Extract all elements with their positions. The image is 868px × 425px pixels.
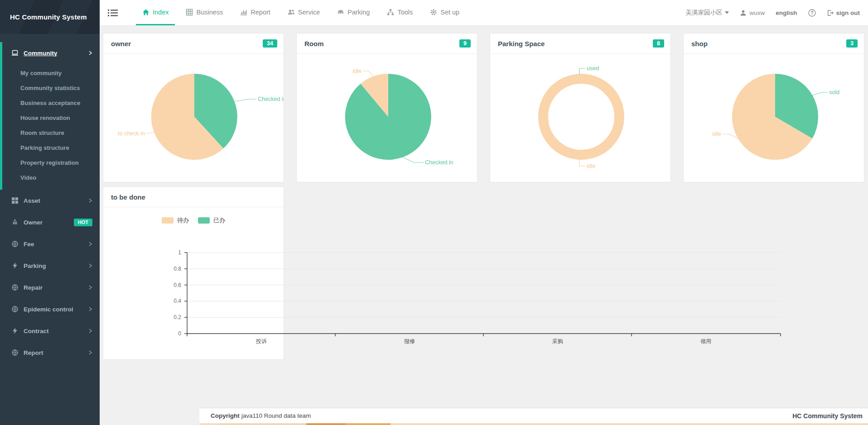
sidebar-item-epidemic-control[interactable]: Epidemic control	[2, 298, 100, 320]
user-menu[interactable]: wuxw	[740, 10, 765, 16]
slice-label: idle	[353, 68, 362, 74]
slice-label: to check in	[118, 130, 145, 137]
sidebar-item-label: Epidemic control	[24, 306, 73, 313]
sidebar-toggle-icon[interactable]	[108, 9, 118, 17]
count-badge: 3	[846, 39, 858, 48]
legend-item-pending[interactable]: 待办	[162, 216, 189, 224]
sidebar-menu: Community My community Community statist…	[0, 34, 100, 363]
sidebar-item-video[interactable]: Video	[2, 170, 100, 185]
sidebar-item-room-structure[interactable]: Room structure	[2, 125, 100, 140]
submenu-label: Community statistics	[20, 85, 80, 91]
copyright-label: Copyright	[211, 412, 240, 419]
y-tick: 0.8	[174, 266, 181, 272]
globe-icon	[11, 306, 19, 313]
sidebar-item-label: Contract	[24, 328, 49, 334]
tab-index[interactable]: Index	[136, 0, 175, 25]
submenu-label: Property registration	[20, 159, 79, 166]
submenu-label: Video	[20, 174, 36, 181]
legend-swatch-green	[198, 217, 210, 224]
community-selector[interactable]: 美满家园小区	[685, 9, 729, 17]
user-icon	[11, 219, 19, 226]
sidebar-item-owner[interactable]: Owner HOT	[2, 211, 100, 233]
tab-parking[interactable]: Parking	[331, 0, 376, 25]
submenu-label: My community	[20, 70, 62, 76]
y-tick: 0.4	[174, 298, 181, 304]
globe-icon	[11, 240, 19, 248]
bolt-icon	[11, 327, 19, 334]
sign-out-button[interactable]: sign out	[827, 10, 860, 16]
footer: Copyright java110 Round data team HC Com…	[199, 408, 868, 423]
legend-item-done[interactable]: 已办	[198, 216, 225, 224]
chart-legend: 待办 已办	[103, 207, 284, 224]
chevron-right-icon	[88, 350, 92, 355]
label-connector	[363, 71, 374, 76]
card-header: shop 3	[684, 33, 864, 54]
sidebar-item-repair[interactable]: Repair	[2, 277, 100, 298]
help-button[interactable]: ?	[808, 9, 816, 17]
slice-label: idle	[713, 131, 722, 137]
sidebar-item-my-community[interactable]: My community	[2, 66, 100, 81]
shop-pie-chart: sold idle	[684, 54, 864, 184]
sidebar-item-house-renovation[interactable]: House renovation	[2, 110, 100, 125]
slice-label: idle	[587, 163, 596, 169]
tab-service[interactable]: Service	[281, 0, 326, 25]
tab-report[interactable]: Report	[234, 0, 277, 25]
chevron-right-icon	[88, 198, 92, 203]
room-pie-chart: idle Checked in	[297, 54, 477, 184]
sidebar-item-parking[interactable]: Parking	[2, 255, 100, 277]
caret-down-icon	[725, 11, 729, 14]
card-title: Room	[304, 40, 324, 48]
users-icon	[288, 9, 295, 16]
svg-text:?: ?	[810, 10, 813, 15]
sidebar-item-parking-structure[interactable]: Parking structure	[2, 140, 100, 155]
owner-card: owner 34 Checked in to check in	[103, 33, 284, 182]
bar-chart-icon	[240, 9, 247, 16]
sidebar-item-business-acceptance[interactable]: Business acceptance	[2, 96, 100, 110]
x-category: 领用	[700, 338, 711, 344]
grid-icon	[11, 197, 19, 204]
bottom-accent-strip	[199, 423, 868, 425]
slice-label: Checked in	[258, 96, 284, 102]
tab-tools[interactable]: Tools	[381, 0, 419, 25]
language-toggle[interactable]: english	[776, 10, 797, 16]
count-badge: 9	[459, 39, 471, 48]
count-badge: 34	[263, 39, 277, 48]
y-tick: 1	[178, 249, 181, 256]
submenu-label: Parking structure	[20, 144, 69, 151]
card-header: Parking Space 8	[490, 33, 670, 54]
community-submenu: My community Community statistics Busine…	[2, 64, 100, 190]
home-icon	[142, 9, 149, 16]
sidebar-item-label: Owner	[24, 219, 43, 226]
stat-cards-row: owner 34 Checked in to check in Room 9	[100, 26, 868, 182]
sidebar-item-property-registration[interactable]: Property registration	[2, 155, 100, 170]
slice-label: Checked in	[425, 159, 453, 166]
car-icon	[337, 9, 344, 16]
sidebar-item-contract[interactable]: Contract	[2, 320, 100, 342]
shop-card: shop 3 sold idle	[683, 33, 864, 182]
sidebar-item-community[interactable]: Community	[2, 42, 100, 64]
sidebar-item-community-statistics[interactable]: Community statistics	[2, 81, 100, 96]
chevron-right-icon	[88, 307, 92, 311]
slice-label: sold	[829, 89, 839, 96]
tab-set-up[interactable]: Set up	[424, 0, 466, 25]
community-name: 美满家园小区	[685, 9, 722, 17]
y-tick: 0	[178, 330, 181, 337]
laptop-icon	[11, 49, 19, 57]
chevron-right-icon	[88, 263, 92, 268]
x-category: 报修	[404, 338, 415, 344]
bolt-icon	[11, 262, 19, 269]
card-title: shop	[691, 40, 708, 48]
sidebar-item-label: Repair	[24, 284, 43, 291]
parking-space-card: Parking Space 8 used idle	[490, 33, 671, 182]
sidebar-item-label: Parking	[24, 263, 46, 269]
y-tick: 0.6	[174, 282, 181, 288]
sidebar-item-fee[interactable]: Fee	[2, 233, 100, 255]
sidebar-item-report[interactable]: Report	[2, 342, 100, 363]
tab-business[interactable]: Business	[179, 0, 229, 25]
sidebar-item-asset[interactable]: Asset	[2, 190, 100, 211]
gear-icon	[430, 9, 437, 16]
tab-label: Index	[153, 9, 169, 16]
card-title: to be done	[111, 193, 145, 201]
card-header: owner 34	[103, 33, 284, 54]
sidebar-section: Asset Owner HOT Fee Parking Repair	[0, 190, 100, 363]
